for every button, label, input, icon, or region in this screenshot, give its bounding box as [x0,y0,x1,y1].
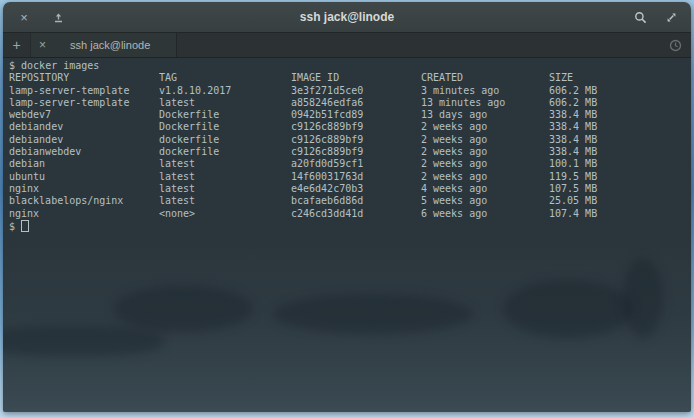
new-tab-button[interactable]: + [3,33,31,57]
window-maximize-button[interactable] [51,10,65,24]
cell-repository: debiandev [9,121,159,133]
cell-tag: Dockerfile [159,109,291,121]
table-row: debiandevDockerfilec9126c889bf92 weeks a… [9,121,691,133]
cell-image_id: a20fd0d59cf1 [291,158,421,170]
table-row: nginxlateste4e6d42c70b34 weeks ago107.5 … [9,183,691,195]
search-button[interactable] [633,10,647,24]
wallpaper-tree-silhouette [623,258,663,338]
command-line: $ docker images [9,60,691,72]
cell-image_id: c9126c889bf9 [291,121,421,133]
cell-tag: latest [159,158,291,170]
terminal-cursor [21,220,29,232]
cell-created: 2 weeks ago [421,146,549,158]
cell-created: 5 weeks ago [421,195,549,207]
cell-tag: dockerfile [159,146,291,158]
table-row: lamp-server-templatelatesta858246edfa613… [9,97,691,109]
cell-size: 100.1 MB [549,158,639,170]
cell-created: 4 weeks ago [421,183,549,195]
cell-tag: latest [159,171,291,183]
cell-repository: lamp-server-template [9,85,159,97]
cell-size: 107.4 MB [549,208,639,220]
cell-tag: <none> [159,208,291,220]
cell-image_id: c9126c889bf9 [291,146,421,158]
terminal-window: × ssh jack@linode [3,2,691,412]
shell-prompt: $ [9,221,15,232]
table-row: debianwebdevdockerfilec9126c889bf92 week… [9,146,691,158]
cell-size: 606.2 MB [549,85,639,97]
cell-repository: webdev7 [9,109,159,121]
cell-image_id: 3e3f271d5ce0 [291,85,421,97]
cell-tag: latest [159,183,291,195]
cell-image_id: bcafaeb6d86d [291,195,421,207]
cell-repository: nginx [9,183,159,195]
cell-created: 13 days ago [421,109,549,121]
window-close-button[interactable]: × [17,10,31,24]
wallpaper-tree-silhouette [273,294,473,334]
cell-created: 6 weeks ago [421,208,549,220]
cell-created: 3 minutes ago [421,85,549,97]
cell-image_id: e4e6d42c70b3 [291,183,421,195]
column-header: CREATED [421,72,549,84]
cell-tag: latest [159,97,291,109]
cell-created: 13 minutes ago [421,97,549,109]
cell-tag: Dockerfile [159,121,291,133]
tab-label: ssh jack@linode [62,39,150,51]
image-table-body: lamp-server-templatev1.8.10.20173e3f271d… [9,85,691,220]
tab-ssh-session[interactable]: × ssh jack@linode [31,33,177,57]
clock-history-icon [669,39,682,52]
cell-repository: nginx [9,208,159,220]
tab-close-button[interactable]: × [39,39,46,51]
wallpaper-tree-silhouette [503,280,633,338]
fullscreen-button[interactable] [664,10,678,24]
cell-size: 338.4 MB [549,109,639,121]
cell-size: 25.05 MB [549,195,639,207]
cell-size: 119.5 MB [549,171,639,183]
column-header: SIZE [549,72,639,84]
cell-repository: blacklabelops/nginx [9,195,159,207]
cell-tag: latest [159,195,291,207]
cell-repository: ubuntu [9,171,159,183]
tab-bar: + × ssh jack@linode [3,33,691,58]
cell-size: 338.4 MB [549,134,639,146]
table-row: ubuntulatest14f60031763d2 weeks ago119.5… [9,171,691,183]
cell-repository: debiandev [9,134,159,146]
wallpaper-hill-silhouette [3,326,163,356]
cell-size: 606.2 MB [549,97,639,109]
table-row: debiandevdockerfilec9126c889bf92 weeks a… [9,134,691,146]
window-title: ssh jack@linode [3,10,691,24]
table-header-row: REPOSITORYTAGIMAGE IDCREATEDSIZE [9,72,691,84]
prompt-line: $ [9,220,691,233]
table-row: webdev7Dockerfile0942b51fcd8913 days ago… [9,109,691,121]
cell-repository: lamp-server-template [9,97,159,109]
fullscreen-icon [665,11,678,24]
cell-size: 338.4 MB [549,121,639,133]
table-row: blacklabelops/nginxlatestbcafaeb6d86d5 w… [9,195,691,207]
cell-created: 2 weeks ago [421,134,549,146]
table-row: nginx<none>c246cd3dd41d6 weeks ago107.4 … [9,208,691,220]
cell-image_id: 14f60031763d [291,171,421,183]
wallpaper-tree-silhouette [113,286,253,332]
cell-repository: debianwebdev [9,146,159,158]
cell-created: 2 weeks ago [421,121,549,133]
history-button[interactable] [669,39,682,52]
terminal-screen[interactable]: $ docker images REPOSITORYTAGIMAGE IDCRE… [3,58,691,412]
column-header: REPOSITORY [9,72,159,84]
maximize-icon [53,12,64,23]
cell-image_id: c246cd3dd41d [291,208,421,220]
column-header: TAG [159,72,291,84]
cell-image_id: c9126c889bf9 [291,134,421,146]
shell-prompt: $ [9,60,15,71]
cell-repository: debian [9,158,159,170]
terminal-output: $ docker images REPOSITORYTAGIMAGE IDCRE… [3,58,691,233]
cell-image_id: a858246edfa6 [291,97,421,109]
cell-size: 107.5 MB [549,183,639,195]
table-row: lamp-server-templatev1.8.10.20173e3f271d… [9,85,691,97]
cell-tag: v1.8.10.2017 [159,85,291,97]
cell-created: 2 weeks ago [421,171,549,183]
column-header: IMAGE ID [291,72,421,84]
cell-image_id: 0942b51fcd89 [291,109,421,121]
search-icon [634,11,647,24]
cell-created: 2 weeks ago [421,158,549,170]
title-bar: × ssh jack@linode [3,2,691,33]
command-text: docker images [21,60,99,71]
